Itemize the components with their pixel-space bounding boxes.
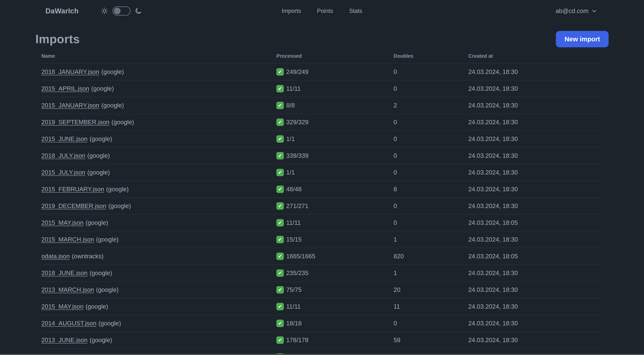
table-row: 2015_MAY.json(google)✔11/111124.03.2024,… (41, 298, 603, 315)
doubles-cell: 1 (394, 270, 468, 277)
name-cell: 2015_JULY.json(google) (41, 169, 276, 176)
processed-value: 235/235 (286, 270, 308, 277)
processed-cell: ✔18/18 (276, 320, 394, 327)
import-source: (google) (98, 320, 121, 327)
doubles-cell: 0 (394, 202, 468, 210)
created-at-cell: 24.03.2024, 18:30 (468, 169, 603, 176)
import-file-link[interactable]: 2015_MAY.json (41, 303, 84, 310)
table-row: 2019_DECEMBER.json(google)✔271/271024.03… (41, 198, 603, 215)
table-row: 2015_MARCH.json(google)✔15/15124.03.2024… (41, 231, 603, 248)
created-at-cell: 24.03.2024, 18:30 (468, 337, 603, 344)
theme-toggle[interactable] (112, 6, 130, 15)
processed-cell: ✔75/75 (276, 286, 394, 294)
check-icon: ✔ (276, 85, 284, 92)
doubles-cell: 2 (394, 102, 468, 109)
import-source: (google) (86, 303, 108, 310)
import-source: (google) (87, 169, 110, 176)
import-file-link[interactable]: 2015_MAY.json (41, 219, 84, 226)
import-file-link[interactable]: 2019_SEPTEMBER.json (41, 119, 110, 126)
processed-cell: ✔11/11 (276, 85, 394, 92)
main-content: Imports New import NameProcessedDoublesC… (0, 22, 644, 355)
import-file-link[interactable]: 2018_JULY.json (41, 152, 85, 159)
doubles-cell: 0 (394, 152, 468, 159)
import-source: (google) (96, 286, 118, 293)
user-menu[interactable]: ab@cd.com (556, 7, 598, 14)
doubles-cell: 59 (394, 337, 468, 344)
processed-cell: ✔11/11 (276, 219, 394, 227)
processed-cell: ✔178/178 (276, 336, 394, 344)
processed-value: 339/339 (286, 152, 308, 159)
nav-item-imports[interactable]: Imports (279, 6, 304, 16)
processed-cell: ✔249/249 (276, 68, 394, 76)
import-source: (google) (90, 135, 112, 142)
processed-cell: ✔1/1 (276, 169, 394, 176)
table-row: 2018_JANUARY.json(google)✔249/249024.03.… (41, 64, 603, 80)
import-file-link[interactable]: 2015_FEBRUARY.json (41, 186, 104, 193)
theme-switcher (100, 6, 142, 15)
import-file-link[interactable]: 2013_JUNE.json (41, 337, 88, 344)
check-icon: ✔ (276, 219, 284, 227)
created-at-cell: 24.03.2024, 18:30 (468, 202, 603, 210)
name-cell: 2014_AUGUST.json(google) (41, 320, 276, 327)
check-icon: ✔ (276, 320, 284, 327)
processed-cell: ✔271/271 (276, 202, 394, 210)
created-at-cell: 24.03.2024, 18:05 (468, 253, 603, 260)
table-body: 2018_JANUARY.json(google)✔249/249024.03.… (41, 64, 603, 355)
nav-item-stats[interactable]: Stats (346, 6, 365, 16)
processed-cell: ✔48/48 (276, 186, 394, 193)
doubles-cell: 0 (394, 135, 468, 142)
new-import-button[interactable]: New import (556, 31, 608, 47)
app-logo[interactable]: DaWarIch (46, 7, 79, 15)
import-file-link[interactable]: 2019_DECEMBER.json (41, 202, 106, 210)
check-icon: ✔ (276, 269, 284, 277)
import-source: (google) (87, 152, 110, 159)
navbar-end: ab@cd.com (556, 7, 598, 14)
nav-item-points[interactable]: Points (314, 6, 336, 16)
import-file-link[interactable]: 2015_JANUARY.json (41, 102, 99, 109)
check-icon: ✔ (276, 68, 284, 76)
import-file-link[interactable]: 2013_MARCH.json (41, 286, 94, 293)
doubles-cell: 11 (394, 303, 468, 310)
import-file-link[interactable]: 2018_JUNE.json (41, 270, 88, 277)
created-at-cell: 24.03.2024, 18:30 (468, 320, 603, 327)
import-file-link[interactable]: 2015_JULY.json (41, 169, 85, 176)
column-header: Doubles (394, 53, 468, 59)
sun-icon (100, 7, 108, 15)
table-row: 2014_AUGUST.json(google)✔18/18024.03.202… (41, 315, 603, 332)
main-nav: ImportsPointsStats (279, 0, 365, 22)
check-icon: ✔ (276, 336, 284, 344)
import-file-link[interactable]: 2014_AUGUST.json (41, 320, 96, 327)
name-cell: odata.json(owntracks) (41, 253, 276, 260)
check-icon: ✔ (276, 253, 284, 260)
import-file-link[interactable]: odata.json (41, 253, 70, 260)
name-cell: 2013_MARCH.json(google) (41, 286, 276, 293)
processed-value: 1665/1665 (286, 253, 315, 260)
table-row: 2013_JUNE.json(google)✔178/1785924.03.20… (41, 332, 603, 349)
column-header: Name (41, 53, 276, 59)
horizontal-scrollbar[interactable] (0, 354, 644, 355)
page-header: Imports New import (36, 31, 608, 47)
doubles-cell: 0 (394, 219, 468, 226)
import-source: (google) (101, 102, 124, 109)
import-file-link[interactable]: 2015_MARCH.json (41, 236, 94, 243)
table-row: 2015_JANUARY.json(google)✔8/8224.03.2024… (41, 97, 603, 114)
doubles-cell: 20 (394, 286, 468, 293)
table-row: 2015_JUNE.json(google)✔1/1024.03.2024, 1… (41, 131, 603, 147)
import-source: (google) (86, 219, 108, 226)
import-file-link[interactable]: 2018_JANUARY.json (41, 68, 99, 75)
check-icon: ✔ (276, 286, 284, 294)
name-cell: 2015_JANUARY.json(google) (41, 102, 276, 109)
theme-toggle-knob (114, 8, 120, 14)
import-source: (google) (90, 270, 112, 277)
processed-value: 8/8 (286, 102, 295, 109)
name-cell: 2015_FEBRUARY.json(google) (41, 186, 276, 193)
processed-value: 329/329 (286, 119, 308, 126)
import-file-link[interactable]: 2015_JUNE.json (41, 135, 88, 142)
processed-value: 271/271 (286, 202, 308, 210)
import-file-link[interactable]: 2015_APRIL.json (41, 85, 89, 92)
processed-value: 75/75 (286, 286, 302, 293)
doubles-cell: 0 (394, 169, 468, 176)
doubles-cell: 0 (394, 85, 468, 92)
column-header: Created at (468, 53, 603, 59)
name-cell: 2018_JULY.json(google) (41, 152, 276, 159)
